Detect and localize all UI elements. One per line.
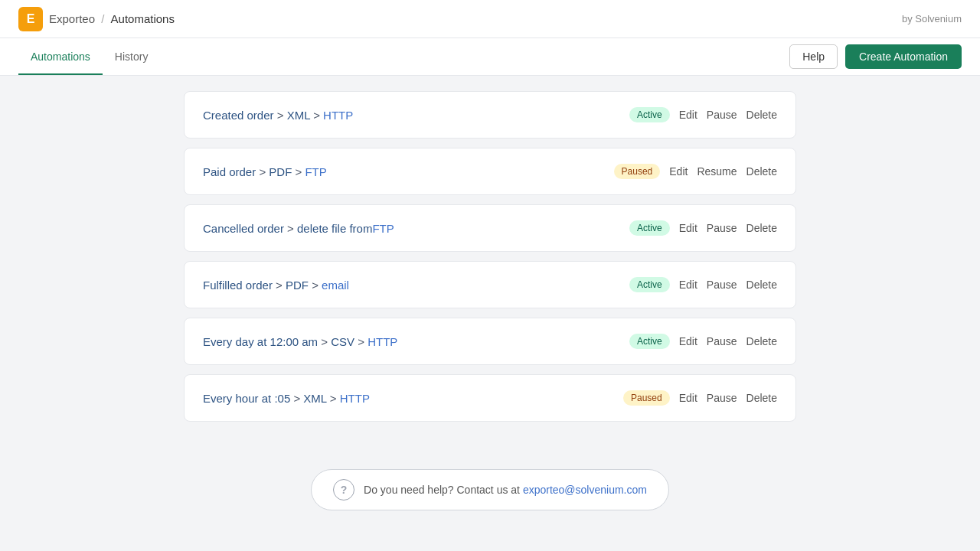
top-bar-left: E Exporteo / Automations bbox=[18, 7, 175, 31]
automation-trigger: Cancelled order bbox=[203, 222, 284, 235]
arrow-icon: > bbox=[273, 279, 286, 292]
automation-trigger: Every day at 12:00 am bbox=[203, 335, 318, 348]
action-pause[interactable]: Pause bbox=[707, 279, 737, 291]
action-pause[interactable]: Pause bbox=[707, 335, 737, 347]
arrow-icon: > bbox=[284, 222, 297, 235]
automation-end: email bbox=[322, 279, 349, 292]
tab-automations[interactable]: Automations bbox=[18, 40, 103, 75]
automation-name: Fulfilled order > PDF > email bbox=[203, 279, 349, 292]
automation-end: HTTP bbox=[340, 392, 370, 405]
footer-help: ? Do you need help? Contact us at export… bbox=[0, 469, 980, 510]
top-bar: E Exporteo / Automations by Solvenium bbox=[0, 0, 980, 38]
automation-actions: PausedEditResumeDelete bbox=[614, 164, 777, 179]
breadcrumb-section: Automations bbox=[111, 12, 175, 25]
automation-actions: ActiveEditPauseDelete bbox=[629, 334, 777, 349]
action-pause[interactable]: Pause bbox=[707, 392, 737, 404]
arrow-icon: > bbox=[327, 392, 340, 405]
action-pause[interactable]: Pause bbox=[707, 109, 737, 121]
breadcrumb-sep: / bbox=[101, 12, 104, 25]
arrow-icon: > bbox=[309, 279, 322, 292]
arrow-icon: > bbox=[290, 392, 303, 405]
automation-mid: CSV bbox=[331, 335, 354, 348]
help-email[interactable]: exporteo@solvenium.com bbox=[523, 484, 647, 496]
arrow-icon: > bbox=[354, 335, 368, 348]
automation-actions: PausedEditPauseDelete bbox=[623, 390, 777, 406]
automation-card: Cancelled order > delete file fromFTPAct… bbox=[184, 204, 796, 252]
automation-mid: XML bbox=[303, 392, 326, 405]
automation-mid: PDF bbox=[269, 165, 292, 178]
automation-card: Fulfilled order > PDF > emailActiveEditP… bbox=[184, 261, 796, 308]
automation-card: Every day at 12:00 am > CSV > HTTPActive… bbox=[184, 318, 796, 365]
action-pause[interactable]: Pause bbox=[707, 222, 737, 234]
automation-card: Created order > XML > HTTPActiveEditPaus… bbox=[184, 91, 796, 139]
action-edit[interactable]: Edit bbox=[679, 392, 697, 404]
automation-end: HTTP bbox=[368, 335, 397, 348]
nav-actions: Help Create Automation bbox=[789, 38, 962, 75]
automation-trigger: Paid order bbox=[203, 165, 256, 178]
breadcrumb-brand: Exporteo bbox=[49, 12, 95, 25]
automation-name: Created order > XML > HTTP bbox=[203, 109, 353, 122]
status-badge: Active bbox=[629, 277, 670, 292]
action-delete[interactable]: Delete bbox=[746, 279, 777, 291]
automation-trigger: Every hour at :05 bbox=[203, 392, 290, 405]
tab-history[interactable]: History bbox=[103, 40, 161, 75]
action-delete[interactable]: Delete bbox=[746, 109, 777, 121]
automation-actions: ActiveEditPauseDelete bbox=[629, 277, 777, 292]
arrow-icon: > bbox=[318, 335, 331, 348]
automation-actions: ActiveEditPauseDelete bbox=[629, 107, 777, 122]
automation-mid: PDF bbox=[286, 279, 309, 292]
create-automation-button[interactable]: Create Automation bbox=[845, 44, 962, 69]
automation-mid: delete file from bbox=[297, 222, 372, 235]
app-logo: E bbox=[18, 7, 43, 31]
breadcrumb: Exporteo / Automations bbox=[49, 12, 175, 25]
automation-name: Cancelled order > delete file fromFTP bbox=[203, 222, 394, 235]
arrow-icon: > bbox=[292, 165, 305, 178]
main-content: Created order > XML > HTTPActiveEditPaus… bbox=[0, 76, 980, 446]
automation-end: FTP bbox=[305, 165, 326, 178]
help-button[interactable]: Help bbox=[789, 44, 838, 69]
action-edit[interactable]: Edit bbox=[679, 335, 697, 347]
automation-name: Paid order > PDF > FTP bbox=[203, 165, 327, 178]
arrow-icon: > bbox=[256, 165, 269, 178]
action-delete[interactable]: Delete bbox=[746, 392, 777, 404]
by-label: by Solvenium bbox=[902, 13, 962, 24]
automation-trigger: Fulfilled order bbox=[203, 279, 273, 292]
action-edit[interactable]: Edit bbox=[679, 279, 697, 291]
action-edit[interactable]: Edit bbox=[679, 109, 697, 121]
nav-tabs: Automations History bbox=[18, 40, 160, 75]
action-edit[interactable]: Edit bbox=[669, 165, 688, 178]
nav-bar: Automations History Help Create Automati… bbox=[0, 38, 980, 76]
automation-trigger: Created order bbox=[203, 109, 274, 122]
help-text: Do you need help? Contact us at exporteo… bbox=[364, 484, 647, 496]
automation-actions: ActiveEditPauseDelete bbox=[629, 220, 777, 236]
automation-card: Every hour at :05 > XML > HTTPPausedEdit… bbox=[184, 374, 796, 422]
question-icon: ? bbox=[333, 479, 354, 500]
action-delete[interactable]: Delete bbox=[746, 335, 777, 347]
action-delete[interactable]: Delete bbox=[746, 222, 777, 234]
action-resume[interactable]: Resume bbox=[697, 165, 737, 178]
automation-end: HTTP bbox=[323, 109, 353, 122]
status-badge: Paused bbox=[614, 164, 661, 179]
action-edit[interactable]: Edit bbox=[679, 222, 697, 234]
arrow-icon: > bbox=[310, 109, 323, 122]
automation-name: Every hour at :05 > XML > HTTP bbox=[203, 392, 370, 405]
status-badge: Active bbox=[629, 220, 670, 236]
status-badge: Paused bbox=[623, 390, 670, 406]
status-badge: Active bbox=[629, 334, 670, 349]
help-box: ? Do you need help? Contact us at export… bbox=[311, 469, 669, 510]
arrow-icon: > bbox=[274, 109, 287, 122]
automation-mid: XML bbox=[287, 109, 310, 122]
automation-end: FTP bbox=[372, 222, 394, 235]
action-delete[interactable]: Delete bbox=[746, 165, 777, 178]
automation-card: Paid order > PDF > FTPPausedEditResumeDe… bbox=[184, 148, 796, 195]
status-badge: Active bbox=[629, 107, 670, 122]
automation-name: Every day at 12:00 am > CSV > HTTP bbox=[203, 335, 397, 348]
